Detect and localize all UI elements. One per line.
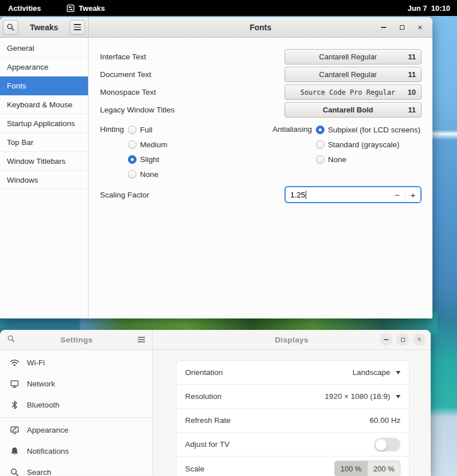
minimize-button[interactable] [380,23,387,31]
legacy-window-titles-row: Legacy Window Titles Cantarell Bold 11 [100,102,422,118]
sidebar-item-search[interactable]: Search [0,462,152,476]
search-icon [7,334,15,343]
gnome-top-bar: Activities Tweaks Jun 7 10:10 [0,0,457,16]
font-size: 10 [408,88,416,96]
radio-label: None [140,170,158,179]
close-button[interactable]: × [416,23,424,31]
decrement-button[interactable]: − [390,187,405,202]
antialiasing-label: Antialiasing [272,122,312,181]
adjust-for-tv-toggle[interactable] [374,438,400,451]
interface-text-font-button[interactable]: Cantarell Regular 11 [284,49,422,64]
activities-button[interactable]: Activities [8,4,41,13]
hamburger-icon [138,337,145,343]
monospace-text-label: Monospace Text [100,88,156,96]
clock[interactable]: Jun 7 10:10 [408,4,450,13]
hinting-option-medium[interactable]: Medium [128,137,167,152]
sidebar-item-label: Notifications [27,447,69,455]
tweaks-headerbar-left: Tweaks [0,17,89,37]
antialiasing-option-subpixel[interactable]: Subpixel (for LCD screens) [316,122,422,137]
search-button[interactable] [3,20,18,35]
resolution-row[interactable]: Resolution 1920 × 1080 (16:9) [177,385,409,409]
maximize-icon [400,25,404,30]
document-text-row: Document Text Cantarell Regular 11 [100,67,422,82]
orientation-value[interactable]: Landscape [352,368,400,377]
antialiasing-option-none[interactable]: None [316,152,422,167]
scaling-factor-spinbox[interactable]: 1.25 − + [284,186,422,203]
close-icon: × [418,23,423,31]
scale-label: Scale [185,465,205,473]
tweaks-body: General Appearance Fonts Keyboard & Mous… [0,38,432,318]
sidebar-item-windows[interactable]: Windows [0,171,88,189]
sidebar-item-keyboard-mouse[interactable]: Keyboard & Mouse [0,95,88,114]
document-text-font-button[interactable]: Cantarell Regular 11 [284,67,422,82]
sidebar-item-fonts[interactable]: Fonts [0,76,88,95]
appearance-icon [10,425,19,435]
sidebar-item-network[interactable]: Network [0,373,152,394]
settings-window: Settings Displays × Wi-Fi [0,330,431,476]
app-menu[interactable]: Tweaks [66,4,105,13]
font-size: 11 [408,106,416,114]
window-controls: × [380,333,426,346]
interface-text-row: Interface Text Cantarell Regular 11 [100,49,422,64]
maximize-button[interactable] [396,333,409,346]
sidebar-item-notifications[interactable]: Notifications [0,441,152,462]
hinting-label: Hinting [100,122,124,181]
radio-icon [316,140,324,149]
hinting-option-none[interactable]: None [128,167,167,181]
displays-panel: Orientation Landscape Resolution 1920 × … [153,350,431,475]
monospace-text-font-button[interactable]: Source Code Pro Regular 10 [284,84,422,100]
sidebar-item-bluetooth[interactable]: Bluetooth [0,394,152,416]
sidebar-item-appearance[interactable]: Appearance [0,58,88,76]
settings-headerbar-left: Settings [0,330,153,349]
maximize-button[interactable] [398,23,406,31]
rendering-options: Hinting Full Medium Slight [100,122,422,181]
resolution-label: Resolution [185,392,222,401]
font-size: 11 [408,70,416,79]
sidebar-item-top-bar[interactable]: Top Bar [0,133,88,152]
menu-button[interactable] [138,337,145,343]
scale-200-button[interactable]: 200 % [367,461,400,476]
sidebar-item-startup-applications[interactable]: Startup Applications [0,114,88,133]
refresh-rate-label: Refresh Rate [185,416,231,425]
font-name: Cantarell Regular [290,70,406,79]
minimize-button[interactable] [380,333,392,346]
refresh-rate-value: 60.00 Hz [370,416,400,425]
minimize-icon [381,27,386,28]
monospace-text-row: Monospace Text Source Code Pro Regular 1… [100,84,422,100]
sidebar-item-window-titlebars[interactable]: Window Titlebars [0,152,88,171]
font-name: Cantarell Regular [290,53,406,61]
network-icon [10,379,19,389]
interface-text-label: Interface Text [100,53,146,61]
sidebar-item-appearance[interactable]: Appearance [0,419,152,441]
sidebar-item-wifi[interactable]: Wi-Fi [0,352,152,373]
window-controls: × [380,23,424,31]
minimize-icon [384,339,388,340]
scaling-factor-row: Scaling Factor 1.25 − + [100,186,422,203]
increment-button[interactable]: + [405,187,420,202]
close-button[interactable]: × [413,333,426,346]
scaling-factor-value[interactable]: 1.25 [286,191,305,199]
resolution-value[interactable]: 1920 × 1080 (16:9) [325,392,400,401]
radio-selected-icon [128,155,137,164]
antialiasing-options: Subpixel (for LCD screens) Standard (gra… [316,122,422,181]
close-icon: × [417,336,421,343]
scale-button-group: 100 % 200 % [334,461,400,476]
maximize-icon [401,338,405,342]
search-button[interactable] [7,334,15,345]
value-text: 1920 × 1080 (16:9) [325,392,390,401]
refresh-rate-row: Refresh Rate 60.00 Hz [177,409,409,433]
sidebar-item-general[interactable]: General [0,39,88,58]
antialiasing-group: Antialiasing Subpixel (for LCD screens) … [272,122,422,181]
hinting-option-full[interactable]: Full [128,122,167,137]
settings-sidebar: Wi-Fi Network Bluetooth [0,350,153,475]
search-icon [10,467,19,476]
orientation-row[interactable]: Orientation Landscape [177,361,409,385]
scale-100-button[interactable]: 100 % [335,461,367,476]
wifi-icon [10,358,19,368]
menu-button[interactable] [70,20,85,35]
legacy-window-titles-font-button[interactable]: Cantarell Bold 11 [284,102,422,118]
bluetooth-icon [10,400,19,410]
antialiasing-option-standard[interactable]: Standard (grayscale) [316,137,422,152]
hinting-option-slight[interactable]: Slight [128,152,167,167]
value-text: Landscape [352,368,390,377]
